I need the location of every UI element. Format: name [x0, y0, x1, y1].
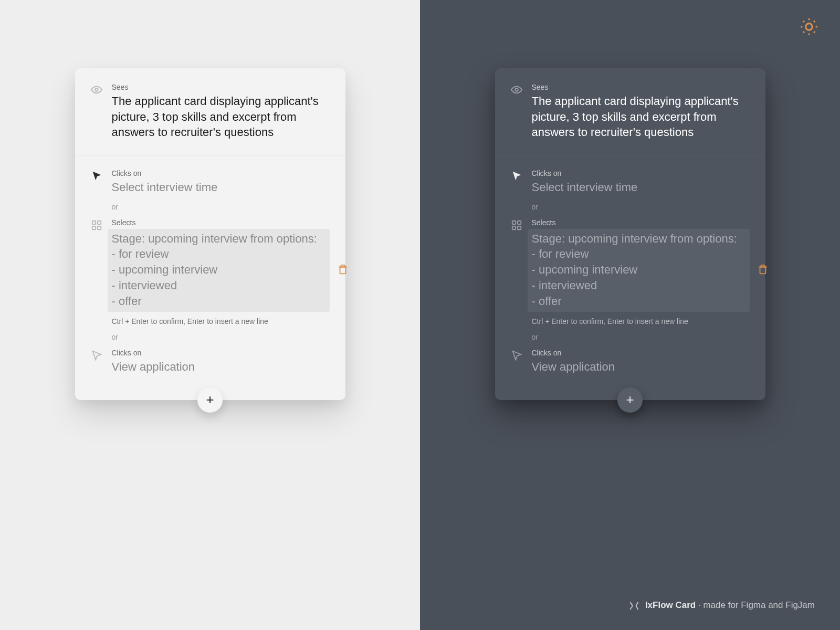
trash-icon[interactable]: [757, 264, 769, 277]
keyboard-hint: Ctrl + Enter to confirm, Enter to insert…: [532, 317, 750, 326]
selects-edit-block[interactable]: Stage: upcoming interview from options: …: [108, 229, 330, 312]
grid-icon: [91, 219, 102, 231]
keyboard-hint: Ctrl + Enter to confirm, Enter to insert…: [112, 317, 330, 326]
svg-rect-11: [517, 226, 520, 229]
cursor-outline-icon: [91, 350, 102, 361]
svg-point-7: [515, 88, 518, 91]
action1-text[interactable]: Select interview time: [112, 180, 330, 195]
svg-rect-1: [92, 221, 95, 224]
or-separator: or: [532, 333, 750, 341]
cursor-icon: [511, 170, 522, 182]
grid-icon: [511, 219, 522, 231]
eye-icon: [511, 84, 522, 96]
svg-point-0: [95, 88, 98, 91]
add-button[interactable]: +: [197, 387, 223, 413]
sees-text: The applicant card displaying applicant'…: [532, 93, 750, 140]
action2-text: Stage: upcoming interview from options: …: [112, 231, 326, 309]
ixflow-card-light: Sees The applicant card displaying appli…: [75, 68, 345, 400]
svg-rect-12: [760, 267, 765, 274]
svg-rect-10: [512, 226, 515, 229]
clicks-on-label: Clicks on: [532, 169, 750, 177]
sees-text: The applicant card displaying applicant'…: [112, 93, 330, 140]
svg-rect-4: [97, 226, 100, 229]
svg-rect-5: [340, 267, 345, 274]
or-separator: or: [532, 203, 750, 211]
add-button[interactable]: +: [617, 387, 643, 413]
action3-text[interactable]: View application: [112, 359, 330, 375]
svg-rect-2: [97, 221, 100, 224]
svg-point-6: [806, 24, 813, 30]
footer: IxFlow Card · made for Figma and FigJam: [628, 600, 815, 611]
theme-toggle-sun-icon[interactable]: [799, 17, 819, 37]
or-separator: or: [112, 333, 330, 341]
action3-text[interactable]: View application: [532, 359, 750, 375]
ixflow-card-dark: Sees The applicant card displaying appli…: [495, 68, 765, 400]
or-separator: or: [112, 203, 330, 211]
eye-icon: [91, 84, 102, 96]
clicks-on-label: Clicks on: [112, 349, 330, 357]
svg-rect-8: [512, 221, 515, 224]
selects-label: Selects: [112, 218, 330, 227]
sees-label: Sees: [532, 83, 750, 91]
action2-text: Stage: upcoming interview from options: …: [532, 231, 746, 309]
selects-edit-block[interactable]: Stage: upcoming interview from options: …: [528, 229, 750, 312]
action1-text[interactable]: Select interview time: [532, 180, 750, 195]
clicks-on-label: Clicks on: [112, 169, 330, 177]
svg-rect-3: [92, 226, 95, 229]
cursor-icon: [91, 170, 102, 182]
sees-label: Sees: [112, 83, 330, 91]
cursor-outline-icon: [511, 350, 522, 361]
selects-label: Selects: [532, 218, 750, 227]
footer-brand: IxFlow Card: [645, 600, 696, 610]
svg-rect-9: [517, 221, 520, 224]
footer-tag: · made for Figma and FigJam: [696, 600, 815, 610]
clicks-on-label: Clicks on: [532, 349, 750, 357]
logo-icon: [628, 600, 640, 611]
trash-icon[interactable]: [337, 264, 349, 277]
